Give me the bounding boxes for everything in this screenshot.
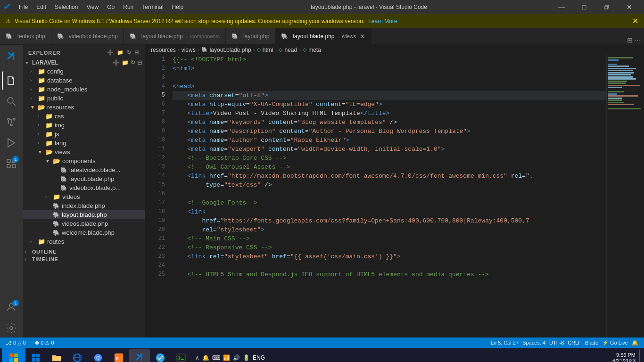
folder-node-modules[interactable]: › 📁 node_modules	[23, 85, 145, 94]
breadcrumb-head[interactable]: head	[284, 47, 297, 53]
activity-debug-button[interactable]	[2, 133, 21, 152]
taskbar-app-store[interactable]	[25, 349, 46, 362]
refresh-icon[interactable]: ↻	[127, 49, 132, 56]
new-folder-icon[interactable]: 📁	[117, 49, 124, 56]
collapse-icon[interactable]: ⊟	[134, 49, 139, 56]
maximize-button[interactable]: □	[573, 0, 595, 14]
folder-database[interactable]: › 📁 database	[23, 76, 145, 85]
menu-view[interactable]: View	[83, 3, 102, 11]
activity-settings-button[interactable]	[2, 319, 21, 337]
start-button[interactable]	[2, 348, 25, 362]
activity-accounts-button[interactable]: 1	[2, 298, 21, 317]
breadcrumb-html[interactable]: html	[263, 47, 273, 53]
folder-js[interactable]: › 📁 js	[23, 130, 145, 139]
menu-run[interactable]: Run	[119, 3, 137, 11]
folder-img[interactable]: › 📁 img	[23, 121, 145, 130]
folder-config[interactable]: › 📁 config	[23, 67, 145, 76]
folder-resources[interactable]: ▼ 📂 resources	[23, 103, 145, 112]
show-desktop-button[interactable]	[639, 349, 642, 362]
project-new-file-icon[interactable]: ➕	[113, 59, 120, 66]
folder-lang[interactable]: › 📁 lang	[23, 139, 145, 148]
battery-icon[interactable]: 🔋	[243, 354, 250, 361]
css-arrow: ›	[38, 114, 45, 119]
file-welcome-blade[interactable]: › 🐘 welcome.blade.php	[23, 228, 145, 237]
menu-edit[interactable]: Edit	[33, 3, 50, 11]
breadcrumb-resources[interactable]: resources	[151, 47, 176, 53]
taskbar-app-vscode[interactable]	[129, 349, 150, 362]
more-actions-icon[interactable]: ···	[635, 36, 640, 44]
volume-icon[interactable]: 🔊	[233, 354, 240, 361]
taskbar-app-telegram[interactable]	[150, 349, 171, 362]
file-layout-blade-components[interactable]: › 🐘 layout.blade.php	[23, 174, 145, 183]
status-golive[interactable]: ⚡ Go Live	[600, 340, 630, 346]
menu-file[interactable]: File	[15, 3, 32, 11]
code-editor[interactable]: 1 2 3 4 5 6 7 8 9 10 11 12 13 14 15 16 1	[145, 55, 606, 337]
taskbar-app-ie[interactable]	[67, 349, 88, 362]
activity-search-button[interactable]	[2, 92, 21, 111]
status-position[interactable]: Ln 5, Col 27	[489, 340, 520, 346]
folder-css[interactable]: › 📁 css	[23, 112, 145, 121]
status-errors[interactable]: ⊗ 0 ⚠ 0	[33, 340, 56, 346]
folder-taskbar-icon	[51, 353, 62, 362]
network-icon[interactable]: 📶	[223, 354, 230, 361]
status-eol[interactable]: CRLF	[566, 340, 583, 346]
file-index-blade[interactable]: › 🐘 index.blade.php	[23, 201, 145, 210]
file-videos-blade[interactable]: › 🐘 videos.blade.php	[23, 219, 145, 228]
files-icon	[6, 75, 17, 86]
folder-views[interactable]: ▼ 📂 views	[23, 148, 145, 156]
folder-public[interactable]: › 📁 public	[23, 94, 145, 103]
activity-explorer-button[interactable]	[2, 71, 21, 90]
keyboard-icon[interactable]: ⌨	[212, 354, 220, 361]
activity-extensions-button[interactable]: 1	[2, 154, 21, 173]
project-refresh-icon[interactable]: ↻	[131, 59, 135, 66]
status-right: Ln 5, Col 27 Spaces: 4 UTF-8 CRLF Blade …	[489, 340, 640, 346]
activity-git-button[interactable]	[2, 113, 21, 132]
tab-close-button[interactable]: ✕	[360, 33, 365, 40]
folder-components[interactable]: ▼ 📂 components	[23, 156, 145, 165]
svg-rect-14	[14, 354, 18, 357]
new-file-icon[interactable]: ➕	[107, 49, 114, 56]
file-videobox-blade[interactable]: › 🐘 videobox.blade.p...	[23, 183, 145, 192]
minimize-button[interactable]: —	[551, 0, 572, 14]
status-language[interactable]: Blade	[583, 340, 600, 346]
breadcrumb-file[interactable]: layout.blade.php	[210, 47, 251, 53]
split-editor-icon[interactable]: ⊞	[627, 36, 633, 44]
code-text	[173, 118, 187, 127]
folder-routes[interactable]: › 📁 routes	[23, 237, 145, 246]
tab-layout-php[interactable]: 🐘 layout.php	[226, 28, 275, 44]
taskbar-app-chrome[interactable]	[88, 349, 108, 362]
menu-terminal[interactable]: Terminal	[138, 3, 167, 11]
notification-icon[interactable]: 🔔	[202, 354, 209, 361]
chevron-up-icon[interactable]: ∧	[195, 354, 199, 361]
tab-videobox-blade[interactable]: 🐘 videobox.blade.php	[51, 28, 124, 44]
file-latestvideo[interactable]: › 🐘 latestvideo.blade...	[23, 165, 145, 174]
warning-close-button[interactable]: ✕	[632, 16, 638, 25]
taskbar-app-explorer[interactable]	[46, 349, 67, 362]
project-root[interactable]: ▼ LARAVEL ➕ 📁 ↻ ⊟	[23, 58, 145, 67]
status-branch[interactable]: ⎇ 0 △ 0	[4, 340, 27, 346]
status-bell[interactable]: 🔔	[630, 340, 640, 346]
status-spaces[interactable]: Spaces: 4	[520, 340, 547, 346]
breadcrumb-views[interactable]: views	[182, 47, 196, 53]
outline-section[interactable]: › OUTLINE	[23, 248, 145, 255]
restore-button[interactable]	[596, 0, 618, 14]
file-layout-blade-active[interactable]: › 🐘 layout.blade.php	[23, 210, 145, 219]
close-button[interactable]: ✕	[619, 0, 640, 14]
tab-layout-blade-components[interactable]: 🐘 layout.blade.php ...\components	[124, 28, 226, 44]
system-clock[interactable]: 9:56 PM 6/21/2023	[609, 352, 639, 362]
project-new-folder-icon[interactable]: 📁	[122, 59, 129, 66]
status-encoding[interactable]: UTF-8	[547, 340, 566, 346]
menu-help[interactable]: Help	[168, 3, 188, 11]
menu-go[interactable]: Go	[103, 3, 118, 11]
menu-selection[interactable]: Selection	[51, 3, 82, 11]
timeline-section[interactable]: › TIMELINE	[23, 255, 145, 263]
language-indicator[interactable]: ENG	[253, 354, 265, 361]
taskbar-app-terminal[interactable]	[171, 349, 191, 362]
taskbar-app-xampp[interactable]: X	[108, 349, 129, 362]
tab-layout-blade-views[interactable]: 🐘 layout.blade.php ...\views ✕	[275, 28, 372, 44]
code-content[interactable]: {{-- <!DOCTYPE html> <html> <head> <met	[169, 55, 606, 337]
learn-more-link[interactable]: Learn More	[368, 18, 397, 25]
folder-videos[interactable]: › 📁 videos	[23, 192, 145, 201]
project-collapse-icon[interactable]: ⊟	[137, 59, 142, 66]
tab-leobox[interactable]: 🐘 leobox.php	[0, 28, 51, 44]
